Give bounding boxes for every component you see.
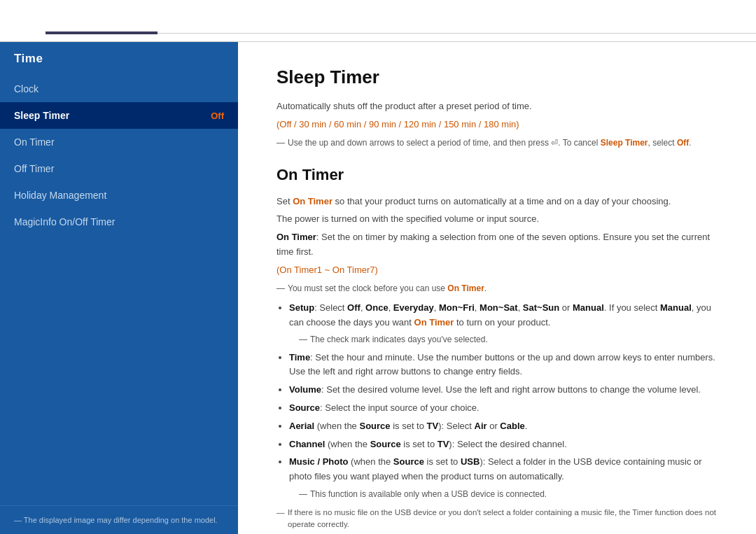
sidebar-item-holiday-management[interactable]: Holiday Management	[0, 182, 238, 209]
bullet-mp-subnote: This function is available only when a U…	[289, 488, 724, 501]
on-timer-bold1: On Timer	[293, 196, 332, 206]
sidebar-item-off-timer[interactable]: Off Timer	[0, 155, 238, 182]
bullet-source: Source: Select the input source of your …	[289, 401, 724, 416]
bullet-setup-monfri: Mon~Fri	[439, 302, 475, 313]
sleep-timer-highlight1: Sleep Timer	[601, 138, 648, 148]
bullet-channel-label: Channel	[289, 439, 325, 449]
on-timer-title: On Timer	[276, 162, 724, 187]
sidebar-title: Time	[0, 42, 238, 76]
sidebar-item-clock[interactable]: Clock	[0, 76, 238, 102]
on-timer-desc1: Set On Timer so that your product turns …	[276, 195, 724, 209]
top-bar	[0, 0, 756, 42]
bullet-setup-subnote: The check mark indicates days you've sel…	[289, 333, 724, 346]
sleep-timer-note: Use the up and down arrows to select a p…	[276, 136, 724, 150]
on-timer-desc2: The power is turned on with the specifie…	[276, 212, 724, 227]
sleep-timer-title: Sleep Timer	[276, 63, 724, 92]
bullet-setup-everyday: Everyday	[393, 302, 434, 313]
bullet-aerial: Aerial (when the Source is set to TV): S…	[289, 419, 724, 434]
bullet-aerial-tv: TV	[427, 421, 439, 431]
on-timer-must-note: You must set the clock before you can us…	[276, 282, 724, 295]
on-timer-bold3: On Timer	[447, 283, 484, 293]
bullet-setup-label: Setup	[289, 302, 314, 313]
bullet-setup-satsun: Sat~Sun	[523, 302, 559, 313]
sleep-timer-highlight2: Off	[677, 138, 689, 148]
bullet-mp-usb: USB	[461, 456, 479, 467]
bullet-aerial-air: Air	[475, 421, 487, 431]
bullet-source-label: Source	[289, 402, 320, 413]
bullet-setup-manual2: Manual	[660, 302, 692, 313]
main-content: Time Clock Sleep Timer Off On Timer Off …	[0, 42, 756, 534]
bullet-music-photo-label: Music / Photo	[289, 456, 349, 467]
bullet-setup-ontimer: On Timer	[414, 317, 454, 328]
on-timer-bullet-list: Setup: Select Off, Once, Everyday, Mon~F…	[289, 301, 724, 501]
sidebar-item-sleep-timer[interactable]: Sleep Timer Off	[0, 102, 238, 129]
sidebar-item-on-timer[interactable]: On Timer	[0, 129, 238, 155]
top-bar-accent	[46, 31, 158, 34]
bullet-setup: Setup: Select Off, Once, Everyday, Mon~F…	[289, 301, 724, 330]
on-timer-range: (On Timer1 ~ On Timer7)	[276, 263, 724, 278]
sleep-timer-options: (Off / 30 min / 60 min / 90 min / 120 mi…	[276, 118, 724, 132]
bullet-setup-once: Once	[365, 302, 388, 313]
bullet-setup-off: Off	[347, 302, 360, 313]
on-timer-bold2: On Timer	[276, 232, 316, 242]
bullet-music-photo: Music / Photo (when the Source is set to…	[289, 455, 724, 484]
top-bar-divider	[158, 33, 756, 34]
sidebar-item-sleep-timer-value: Off	[211, 111, 224, 121]
right-content: Sleep Timer Automatically shuts off the …	[238, 42, 756, 534]
bullet-channel: Channel (when the Source is set to TV): …	[289, 437, 724, 452]
bullet-channel-source: Source	[370, 439, 401, 449]
sidebar-item-sleep-timer-label: Sleep Timer	[14, 110, 69, 121]
bullet-aerial-label: Aerial	[289, 421, 314, 431]
bullet-aerial-cable: Cable	[500, 421, 524, 431]
sidebar-note-dash: —	[14, 516, 24, 524]
footer-note-1: If there is no music file on the USB dev…	[276, 507, 724, 531]
bullet-volume-label: Volume	[289, 384, 321, 395]
bullet-time-label: Time	[289, 352, 310, 363]
footer-notes: If there is no music file on the USB dev…	[276, 507, 724, 534]
bullet-aerial-source: Source	[359, 421, 390, 431]
sleep-timer-options-text: (Off / 30 min / 60 min / 90 min / 120 mi…	[276, 119, 519, 129]
sleep-timer-intro: Automatically shuts off the product afte…	[276, 99, 724, 114]
on-timer-desc3: On Timer: Set the on timer by making a s…	[276, 230, 724, 260]
sidebar: Time Clock Sleep Timer Off On Timer Off …	[0, 42, 238, 534]
sidebar-item-magicinfo[interactable]: MagicInfo On/Off Timer	[0, 209, 238, 235]
bullet-time: Time: Set the hour and minute. Use the n…	[289, 351, 724, 380]
bullet-volume: Volume: Set the desired volume level. Us…	[289, 383, 724, 398]
bullet-channel-tv: TV	[438, 439, 449, 449]
bullet-setup-manual: Manual	[573, 302, 604, 313]
sidebar-note-text: The displayed image may differ depending…	[24, 516, 218, 524]
bullet-mp-source: Source	[393, 456, 424, 467]
bullet-setup-monsat: Mon~Sat	[479, 302, 518, 313]
sidebar-note: — The displayed image may differ dependi…	[0, 505, 238, 534]
